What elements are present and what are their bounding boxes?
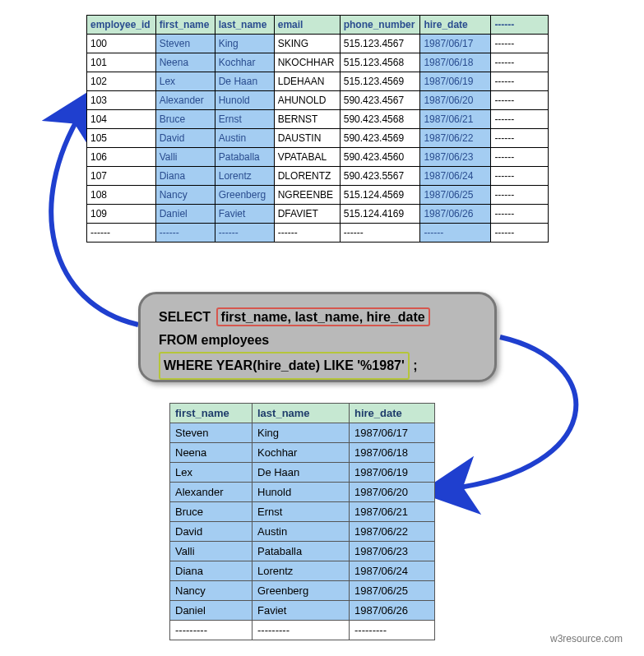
cell: 1987/06/17 bbox=[420, 35, 491, 53]
cell: 515.123.4569 bbox=[340, 72, 420, 91]
cell: Faviet bbox=[253, 601, 350, 621]
table-row: BruceErnst1987/06/21 bbox=[170, 502, 435, 522]
cell: Ernst bbox=[215, 110, 274, 129]
cell: David bbox=[155, 129, 215, 148]
cell: Lex bbox=[155, 72, 215, 91]
col-extra: ------ bbox=[491, 16, 549, 35]
cell: Pataballa bbox=[215, 148, 274, 167]
cell: Valli bbox=[170, 542, 253, 561]
cell: ------ bbox=[491, 148, 549, 167]
cell: LDEHAAN bbox=[274, 72, 340, 91]
where-clause: WHERE YEAR(hire_date) LIKE '%1987' bbox=[159, 352, 410, 380]
select-cols: first_name, last_name, hire_date bbox=[216, 307, 430, 326]
cell: Kochhar bbox=[253, 443, 350, 463]
cell: 590.423.4568 bbox=[340, 110, 420, 129]
table-row: DavidAustin1987/06/22 bbox=[170, 522, 435, 542]
cell: Hunold bbox=[215, 91, 274, 110]
table-row: NeenaKochhar1987/06/18 bbox=[170, 443, 435, 463]
kw-select: SELECT bbox=[159, 310, 211, 324]
table-row: 101NeenaKochharNKOCHHAR515.123.45681987/… bbox=[87, 53, 549, 72]
cell: 1987/06/25 bbox=[350, 581, 435, 601]
cell: ------ bbox=[340, 224, 420, 243]
col-last_name: last_name bbox=[253, 404, 350, 423]
cell: 1987/06/24 bbox=[350, 561, 435, 581]
cell: 1987/06/24 bbox=[420, 167, 491, 186]
cell: ------ bbox=[491, 53, 549, 72]
table-row: 106ValliPataballaVPATABAL590.423.4560198… bbox=[87, 148, 549, 167]
cell: --------- bbox=[253, 621, 350, 640]
cell: 105 bbox=[87, 129, 156, 148]
table-row: 103AlexanderHunoldAHUNOLD590.423.4567198… bbox=[87, 91, 549, 110]
cell: ------ bbox=[420, 224, 491, 243]
col-email: email bbox=[274, 16, 340, 35]
cell: De Haan bbox=[253, 463, 350, 483]
cell: 515.124.4569 bbox=[340, 186, 420, 205]
cell: Daniel bbox=[170, 601, 253, 621]
cell: Neena bbox=[155, 53, 215, 72]
cell: Kochhar bbox=[215, 53, 274, 72]
cell: 109 bbox=[87, 205, 156, 224]
cell: 100 bbox=[87, 35, 156, 53]
cell: Alexander bbox=[155, 91, 215, 110]
cell: 108 bbox=[87, 186, 156, 205]
cell: DFAVIET bbox=[274, 205, 340, 224]
semicolon: ; bbox=[410, 358, 418, 372]
cell: Nancy bbox=[170, 581, 253, 601]
cell: 101 bbox=[87, 53, 156, 72]
cell: Steven bbox=[155, 35, 215, 53]
cell: ------ bbox=[491, 224, 549, 243]
cell: De Haan bbox=[215, 72, 274, 91]
cell: Diana bbox=[155, 167, 215, 186]
cell: ------ bbox=[491, 35, 549, 53]
cell: Austin bbox=[253, 522, 350, 542]
cell: 1987/06/20 bbox=[350, 483, 435, 502]
cell: Bruce bbox=[155, 110, 215, 129]
table-row: NancyGreenberg1987/06/25 bbox=[170, 581, 435, 601]
cell: ------ bbox=[215, 224, 274, 243]
cell: ------ bbox=[491, 110, 549, 129]
cell: Lorentz bbox=[253, 561, 350, 581]
cell: 1987/06/22 bbox=[420, 129, 491, 148]
cell: NKOCHHAR bbox=[274, 53, 340, 72]
cell: 1987/06/25 bbox=[420, 186, 491, 205]
cell: ------ bbox=[87, 224, 156, 243]
table-row: StevenKing1987/06/17 bbox=[170, 423, 435, 443]
cell: NGREENBE bbox=[274, 186, 340, 205]
cell: Daniel bbox=[155, 205, 215, 224]
cell: 1987/06/21 bbox=[350, 502, 435, 522]
result-table: first_namelast_namehire_date StevenKing1… bbox=[169, 403, 435, 640]
table-row: 100StevenKingSKING515.123.45671987/06/17… bbox=[87, 35, 549, 53]
cell: 590.423.4560 bbox=[340, 148, 420, 167]
cell: 1987/06/17 bbox=[350, 423, 435, 443]
cell: King bbox=[253, 423, 350, 443]
cell: 103 bbox=[87, 91, 156, 110]
cell: 1987/06/23 bbox=[350, 542, 435, 561]
source-table: employee_idfirst_namelast_nameemailphone… bbox=[86, 15, 549, 243]
col-first_name: first_name bbox=[170, 404, 253, 423]
cell: ------ bbox=[491, 91, 549, 110]
cell: SKING bbox=[274, 35, 340, 53]
cell: 1987/06/21 bbox=[420, 110, 491, 129]
cell: ------ bbox=[491, 72, 549, 91]
table-row: ----------------------------------------… bbox=[87, 224, 549, 243]
table-row: AlexanderHunold1987/06/20 bbox=[170, 483, 435, 502]
from-clause: FROM employees bbox=[159, 329, 480, 352]
cell: 106 bbox=[87, 148, 156, 167]
table-row: 108NancyGreenbergNGREENBE515.124.4569198… bbox=[87, 186, 549, 205]
cell: 590.423.4569 bbox=[340, 129, 420, 148]
cell: ------ bbox=[274, 224, 340, 243]
cell: 515.124.4169 bbox=[340, 205, 420, 224]
cell: 590.423.5567 bbox=[340, 167, 420, 186]
credit: w3resource.com bbox=[550, 633, 623, 644]
table-row: --------------------------- bbox=[170, 621, 435, 640]
cell: Lex bbox=[170, 463, 253, 483]
col-hire_date: hire_date bbox=[420, 16, 491, 35]
cell: Diana bbox=[170, 561, 253, 581]
cell: VPATABAL bbox=[274, 148, 340, 167]
cell: 1987/06/18 bbox=[350, 443, 435, 463]
table-row: 104BruceErnstBERNST590.423.45681987/06/2… bbox=[87, 110, 549, 129]
cell: Valli bbox=[155, 148, 215, 167]
cell: ------ bbox=[491, 167, 549, 186]
cell: Alexander bbox=[170, 483, 253, 502]
cell: Neena bbox=[170, 443, 253, 463]
